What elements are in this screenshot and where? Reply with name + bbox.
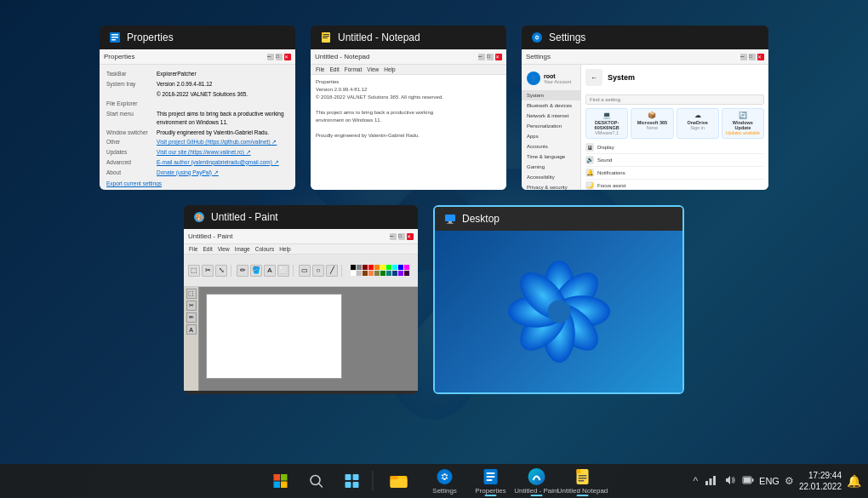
paint-color-red[interactable] bbox=[368, 265, 374, 270]
paint-tool-select[interactable]: ⬚ bbox=[188, 265, 200, 277]
taskbar-paint[interactable]: Untitled - Paint bbox=[515, 464, 559, 498]
svg-rect-56 bbox=[579, 475, 587, 477]
paint-shape-line[interactable]: ╱ bbox=[326, 265, 338, 277]
notepad-line-4: This project aims to bring back a produc… bbox=[316, 109, 501, 117]
props-label-0: TaskBar bbox=[106, 70, 153, 78]
paint-color-olive[interactable] bbox=[374, 271, 380, 276]
paint-tool-fill[interactable]: 🪣 bbox=[250, 265, 262, 277]
task-view-button[interactable] bbox=[335, 464, 369, 498]
settings-nav-privacy[interactable]: Privacy & security bbox=[522, 182, 580, 190]
paint-shape-rect[interactable]: ▭ bbox=[299, 265, 311, 277]
svg-point-33 bbox=[547, 301, 570, 323]
desktop-thumb[interactable]: Desktop bbox=[433, 205, 684, 394]
settings-thumb[interactable]: Settings Settings ─ □ ✕ 👤 bbox=[522, 26, 768, 190]
paint-tool-pencil[interactable]: ✏ bbox=[237, 265, 248, 277]
notepad-menu-help: Help bbox=[384, 66, 395, 72]
taskbar-settings[interactable]: Settings bbox=[423, 464, 467, 498]
paint-color-magenta[interactable] bbox=[404, 265, 409, 270]
props-restore-link[interactable]: Restore default settings bbox=[106, 188, 288, 190]
settings-item-display[interactable]: 🖥 Display bbox=[585, 141, 764, 154]
settings-nav-personalization[interactable]: Personalization bbox=[522, 121, 580, 131]
svg-rect-35 bbox=[281, 474, 288, 481]
taskbar-properties[interactable]: Properties bbox=[469, 464, 513, 498]
paint-vert-tool-2[interactable]: ✂ bbox=[186, 301, 197, 311]
paint-color-cyan[interactable] bbox=[392, 265, 397, 270]
settings-nav-network[interactable]: Network & internet bbox=[522, 111, 580, 121]
paint-color-brown[interactable] bbox=[363, 271, 368, 276]
props-link-7[interactable]: Visit our site (https://www.valinet.ro) … bbox=[157, 148, 251, 157]
paint-vert-tool-3[interactable]: ✏ bbox=[186, 312, 197, 323]
language-indicator[interactable]: ENG bbox=[759, 476, 779, 486]
notepad-thumb[interactable]: Untitled - Notepad Untitled - Notepad ─ … bbox=[311, 26, 506, 190]
paint-tool-resize[interactable]: ⤡ bbox=[215, 265, 227, 277]
settings-nav-apps[interactable]: Apps bbox=[522, 131, 580, 141]
settings-mini-btns: ─ □ ✕ bbox=[740, 54, 764, 60]
paint-color-black[interactable] bbox=[351, 265, 356, 270]
paint-tool-text[interactable]: A bbox=[264, 265, 276, 277]
volume-icon[interactable] bbox=[722, 474, 737, 489]
settings-nav-time-label: Time & language bbox=[527, 154, 565, 159]
props-link-8[interactable]: E-mail author (valentingabrielradu@gmail… bbox=[157, 158, 279, 167]
paint-color-blue[interactable] bbox=[398, 265, 403, 270]
paint-vert-tool-4[interactable]: A bbox=[186, 324, 197, 335]
svg-rect-36 bbox=[274, 482, 281, 489]
notepad-menu-view: View bbox=[367, 66, 379, 72]
notepad-mini-chrome: Untitled - Notepad ─ □ ✕ bbox=[311, 49, 506, 65]
settings-winupdate-sub: Updates available bbox=[725, 130, 761, 135]
settings-onedrive-icon: ☁ bbox=[680, 112, 716, 119]
settings-nav-system[interactable]: System bbox=[522, 90, 580, 100]
paint-color-gray[interactable] bbox=[357, 265, 362, 270]
settings-back-icon[interactable]: ← bbox=[585, 69, 602, 86]
settings-card-onedrive: ☁ OneDrive Sign in bbox=[677, 108, 719, 139]
paint-thumb-title: 🎨 Untitled - Paint bbox=[184, 205, 418, 229]
paint-color-silver[interactable] bbox=[357, 271, 362, 276]
settings-nav-accessibility[interactable]: Accessibility bbox=[522, 172, 580, 182]
settings-nav-time[interactable]: Time & language bbox=[522, 152, 580, 162]
svg-rect-43 bbox=[353, 482, 359, 488]
network-icon[interactable] bbox=[703, 474, 718, 489]
settings-search-input[interactable] bbox=[585, 94, 764, 105]
paint-tool-crop[interactable]: ✂ bbox=[202, 265, 214, 277]
paint-vert-tool-1[interactable]: ⬚ bbox=[186, 289, 197, 299]
paint-color-purple[interactable] bbox=[398, 271, 403, 276]
paint-color-salmon[interactable] bbox=[368, 271, 374, 276]
system-clock[interactable]: 17:29:44 22.01.2022 bbox=[799, 470, 842, 492]
notification-bell[interactable]: 🔔 bbox=[845, 474, 863, 488]
notepad-line-5: environment on Windows 11. bbox=[316, 117, 501, 124]
search-button[interactable] bbox=[300, 464, 334, 498]
taskbar-file-explorer[interactable] bbox=[377, 464, 421, 498]
paint-color-orange[interactable] bbox=[374, 265, 380, 270]
paint-color-yellow[interactable] bbox=[380, 265, 385, 270]
settings-nav-bluetooth[interactable]: Bluetooth & devices bbox=[522, 100, 580, 111]
settings-item-focus[interactable]: 🌙 Focus assist bbox=[585, 180, 764, 190]
paint-color-white[interactable] bbox=[351, 271, 356, 276]
svg-rect-59 bbox=[705, 481, 708, 485]
settings-item-sound[interactable]: 🔊 Sound bbox=[585, 154, 764, 167]
settings-nav-gaming[interactable]: Gaming bbox=[522, 162, 580, 172]
paint-color-navy[interactable] bbox=[392, 271, 397, 276]
paint-color-darkgreen[interactable] bbox=[380, 271, 385, 276]
props-link-6[interactable]: Visit project GitHub (https://github.com… bbox=[157, 138, 277, 146]
props-export-link[interactable]: Export current settings bbox=[106, 180, 288, 188]
gear-icon[interactable]: ⚙ bbox=[783, 475, 796, 487]
tray-up-arrow[interactable]: ^ bbox=[691, 475, 700, 487]
paint-color-green[interactable] bbox=[386, 265, 391, 270]
settings-nav-apps-label: Apps bbox=[527, 134, 539, 139]
settings-nav-accounts[interactable]: Accounts bbox=[522, 141, 580, 152]
settings-header: ← System bbox=[585, 69, 764, 86]
properties-thumb[interactable]: Properties Properties ─ □ ✕ TaskBar Expl… bbox=[100, 26, 295, 190]
paint-shape-ellipse[interactable]: ○ bbox=[312, 265, 324, 277]
paint-color-darkred[interactable] bbox=[363, 265, 368, 270]
settings-item-notifications[interactable]: 🔔 Notifications bbox=[585, 167, 764, 180]
paint-color-teal[interactable] bbox=[386, 271, 391, 276]
paint-tool-eraser[interactable]: ⬜ bbox=[277, 265, 289, 277]
start-button[interactable] bbox=[264, 464, 298, 498]
paint-thumb[interactable]: 🎨 Untitled - Paint Untitled - Paint ─ □ … bbox=[184, 205, 418, 394]
desktop-inner bbox=[435, 231, 682, 392]
props-link-9[interactable]: Donate (using PayPal) ↗ bbox=[157, 169, 219, 177]
paint-color-darkpurple[interactable] bbox=[404, 271, 409, 276]
settings-mini-chrome: Settings ─ □ ✕ bbox=[522, 49, 768, 65]
taskbar-notepad[interactable]: Untitled Notepad bbox=[561, 464, 605, 498]
battery-icon[interactable] bbox=[740, 475, 756, 487]
taskbar-notepad-icon bbox=[574, 467, 592, 486]
